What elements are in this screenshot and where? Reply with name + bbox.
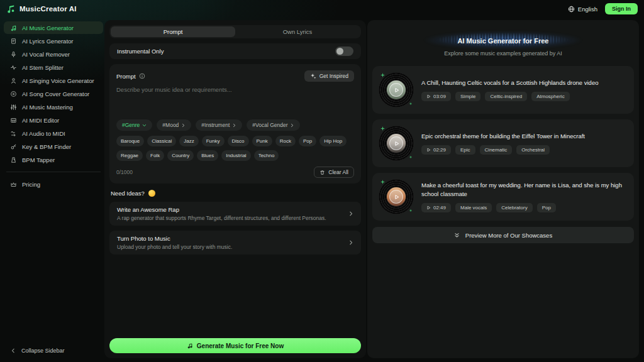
play-button[interactable] — [389, 83, 403, 97]
tag-chip: Celtic-inspired — [485, 92, 527, 101]
showcase-card-list: A Chill, Haunting Celtic vocals for a Sc… — [372, 66, 634, 221]
play-outline-icon — [426, 94, 431, 99]
showcase-card-1[interactable]: A Chill, Haunting Celtic vocals for a Sc… — [372, 66, 634, 114]
sidebar-item-bpm-tapper[interactable]: BPM Tapper — [4, 153, 103, 166]
tag-group-label: #Instrument — [201, 122, 230, 128]
idea-card-body: Write an Awesome Rap A rap generator tha… — [117, 206, 326, 221]
tag-chip: Male vocals — [455, 203, 492, 212]
genre-chip[interactable]: Punk — [252, 136, 272, 146]
pricing-crown-icon — [9, 180, 17, 188]
sidebar-item-ai-audio-to-midi[interactable]: AI Audio to MIDI — [4, 127, 103, 140]
genre-chip[interactable]: Folk — [146, 150, 164, 161]
genre-chip[interactable]: Disco — [228, 136, 249, 146]
instrumental-only-toggle[interactable] — [335, 47, 353, 56]
sidebar-item-label: AI MIDI Editor — [22, 117, 59, 124]
tab-own-lyrics[interactable]: Own Lyrics — [235, 26, 360, 37]
sidebar-item-ai-midi-editor[interactable]: AI MIDI Editor — [4, 114, 103, 126]
lyrics-doc-icon — [9, 37, 17, 45]
sidebar-item-label: Pricing — [22, 181, 40, 188]
tag-group-row: #Genre #Mood #Instrument #Vocal Gender — [116, 119, 354, 131]
duration-chip[interactable]: 03:09 — [421, 92, 451, 101]
double-chevron-down-icon — [454, 233, 460, 238]
sign-in-button[interactable]: Sign In — [605, 3, 638, 14]
sidebar-item-label: AI Audio to MIDI — [22, 130, 65, 137]
genre-chip[interactable]: Jazz — [179, 136, 198, 146]
need-ideas-label: Need Ideas? — [111, 190, 145, 197]
play-button[interactable] — [389, 136, 403, 150]
sidebar-item-pricing[interactable]: Pricing — [4, 178, 103, 190]
genre-chip[interactable]: Hip Hop — [319, 136, 347, 146]
tag-group-instrument[interactable]: #Instrument — [196, 119, 242, 131]
preview-more-label: Preview More of Our Showcases — [465, 232, 552, 239]
generate-music-button[interactable]: Generate Music for Free Now — [109, 338, 361, 353]
tag-chip: Cinematic — [480, 145, 513, 155]
genre-chip[interactable]: Baroque — [116, 136, 144, 146]
collapse-sidebar-button[interactable]: Collapse Sidebar — [4, 344, 103, 357]
get-inspired-label: Get Inspired — [319, 73, 348, 79]
showcase-card-2[interactable]: Epic orchestral theme for building the E… — [372, 119, 634, 167]
idea-card-photo-to-music[interactable]: Turn Photo to Music Upload your photo an… — [109, 231, 361, 255]
chevron-right-icon — [348, 240, 353, 245]
globe-icon — [568, 6, 575, 13]
duration-chip[interactable]: 02:29 — [421, 145, 451, 155]
sidebar-item-ai-singing-voice-generator[interactable]: AI Singing Voice Generator — [4, 74, 103, 87]
showcase-card-3[interactable]: Make a cheerful toast for my wedding. He… — [372, 173, 634, 221]
character-counter: 0/1000 — [116, 169, 133, 175]
duration-chip[interactable]: 02:49 — [421, 203, 451, 212]
idea-card-write-rap[interactable]: Write an Awesome Rap A rap generator tha… — [109, 202, 361, 226]
genre-chip[interactable]: Country — [167, 150, 194, 161]
metronome-icon — [9, 156, 17, 163]
play-outline-icon — [426, 148, 431, 152]
chevron-right-icon — [181, 123, 186, 128]
genre-chip[interactable]: Industrial — [221, 150, 250, 161]
showcase-card-title: Epic orchestral theme for building the E… — [421, 132, 585, 140]
microphone-icon — [9, 50, 17, 58]
play-button[interactable] — [389, 190, 403, 204]
sidebar: AI Music Generator AI Lyrics Generator A… — [4, 20, 103, 358]
preview-more-button[interactable]: Preview More of Our Showcases — [372, 227, 634, 243]
sidebar-item-label: AI Song Cover Generator — [22, 90, 89, 97]
album-art[interactable] — [379, 72, 414, 107]
sidebar-item-ai-lyrics-generator[interactable]: AI Lyrics Generator — [4, 35, 103, 47]
tag-group-mood[interactable]: #Mood — [157, 119, 191, 131]
chevron-right-icon — [232, 123, 236, 128]
genre-chip[interactable]: Rock — [275, 136, 296, 146]
genre-chip[interactable]: Techno — [254, 150, 279, 161]
showcase-card-body: A Chill, Haunting Celtic vocals for a Sc… — [421, 79, 598, 101]
duration-label: 02:49 — [433, 205, 446, 211]
get-inspired-button[interactable]: Get Inspired — [304, 70, 354, 82]
genre-chip[interactable]: Funky — [202, 136, 225, 146]
sidebar-item-ai-music-generator[interactable]: AI Music Generator — [4, 21, 103, 34]
genre-chip[interactable]: Reggae — [116, 150, 143, 161]
instrumental-only-label: Instrumental Only — [117, 48, 164, 55]
genre-chip[interactable]: Pop — [299, 136, 316, 146]
language-selector[interactable]: English — [568, 6, 597, 13]
tag-group-genre[interactable]: #Genre — [116, 119, 152, 131]
tag-group-vocal-gender[interactable]: #Vocal Gender — [247, 119, 300, 131]
header-actions: English Sign In — [568, 3, 638, 14]
brand: MusicCreator AI — [6, 4, 77, 14]
album-art[interactable] — [379, 179, 414, 214]
idea-card-title: Turn Photo to Music — [117, 235, 232, 242]
clear-all-button[interactable]: Clear All — [314, 167, 354, 178]
genre-chip[interactable]: Blues — [197, 150, 218, 161]
sidebar-item-ai-song-cover-generator[interactable]: AI Song Cover Generator — [4, 87, 103, 100]
sidebar-item-ai-music-mastering[interactable]: AI Music Mastering — [4, 101, 103, 113]
need-ideas-heading: Need Ideas? — [111, 190, 361, 197]
tab-prompt[interactable]: Prompt — [111, 26, 235, 37]
collapse-sidebar-label: Collapse Sidebar — [21, 348, 65, 354]
genre-chip[interactable]: Classical — [147, 136, 176, 146]
album-art[interactable] — [379, 126, 414, 161]
sidebar-item-ai-vocal-remover[interactable]: AI Vocal Remover — [4, 48, 103, 60]
music-note-logo-icon — [6, 4, 16, 14]
info-icon[interactable] — [139, 73, 145, 79]
showcase-subtitle: Explore some music examples generated by… — [372, 50, 634, 57]
sidebar-item-ai-stem-splitter[interactable]: AI Stem Splitter — [4, 61, 103, 74]
showcase-card-title: A Chill, Haunting Celtic vocals for a Sc… — [421, 79, 598, 87]
showcase-card-body: Make a cheerful toast for my wedding. He… — [421, 181, 628, 212]
sidebar-item-key-bpm-finder[interactable]: Key & BPM Finder — [4, 140, 103, 153]
prompt-input[interactable] — [116, 86, 354, 116]
app-root: MusicCreator AI English Sign In AI Music… — [0, 0, 644, 362]
tag-chip: Atmospheric — [531, 92, 569, 101]
language-label: English — [578, 6, 597, 13]
